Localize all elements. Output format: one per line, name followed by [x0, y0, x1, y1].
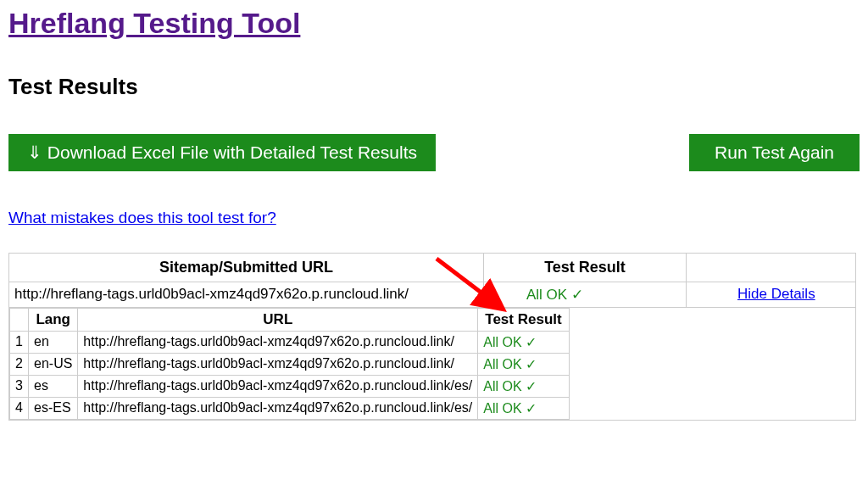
summary-row: http://hreflang-tags.urld0b9acl-xmz4qd97…	[9, 282, 856, 308]
detail-header-idx	[10, 309, 29, 332]
detail-header-row: Lang URL Test Result	[10, 309, 570, 332]
detail-row-idx: 4	[10, 398, 29, 420]
button-row: ⇓ Download Excel File with Detailed Test…	[8, 134, 860, 171]
faq-link[interactable]: What mistakes does this tool test for?	[8, 209, 276, 227]
detail-row-idx: 2	[10, 354, 29, 376]
detail-row: 2 en-US http://hreflang-tags.urld0b9acl-…	[10, 354, 570, 376]
detail-row-lang: en	[29, 332, 78, 354]
detail-row-result: All OK ✓	[478, 376, 569, 398]
detail-row-lang: en-US	[29, 354, 78, 376]
detail-header-result: Test Result	[478, 309, 569, 332]
summary-table: Sitemap/Submitted URL Test Result http:/…	[8, 253, 856, 421]
detail-row-url: http://hreflang-tags.urld0b9acl-xmz4qd97…	[78, 398, 478, 420]
page-title-link[interactable]: Hreflang Testing Tool	[8, 7, 300, 40]
detail-table: Lang URL Test Result 1 en http://hreflan…	[9, 308, 570, 420]
section-heading: Test Results	[8, 74, 860, 100]
header-test-result: Test Result	[484, 254, 687, 282]
run-again-button[interactable]: Run Test Again	[689, 134, 860, 171]
hide-details-link[interactable]: Hide Details	[737, 286, 815, 302]
detail-row-url: http://hreflang-tags.urld0b9acl-xmz4qd97…	[78, 332, 478, 354]
detail-row-idx: 3	[10, 376, 29, 398]
detail-row-result: All OK ✓	[478, 332, 569, 354]
detail-row-lang: es-ES	[29, 398, 78, 420]
detail-header-lang: Lang	[29, 309, 78, 332]
detail-header-url: URL	[78, 309, 478, 332]
summary-header-row: Sitemap/Submitted URL Test Result	[9, 254, 856, 282]
detail-row-idx: 1	[10, 332, 29, 354]
detail-row-lang: es	[29, 376, 78, 398]
detail-row: 1 en http://hreflang-tags.urld0b9acl-xmz…	[10, 332, 570, 354]
detail-row-result: All OK ✓	[478, 354, 569, 376]
detail-row-container: Lang URL Test Result 1 en http://hreflan…	[9, 308, 856, 421]
header-action	[687, 254, 856, 282]
summary-result: All OK ✓	[484, 282, 687, 308]
download-button[interactable]: ⇓ Download Excel File with Detailed Test…	[8, 134, 436, 171]
detail-row-result: All OK ✓	[478, 398, 569, 420]
detail-row-url: http://hreflang-tags.urld0b9acl-xmz4qd97…	[78, 354, 478, 376]
detail-row-url: http://hreflang-tags.urld0b9acl-xmz4qd97…	[78, 376, 478, 398]
header-submitted-url: Sitemap/Submitted URL	[9, 254, 484, 282]
summary-url: http://hreflang-tags.urld0b9acl-xmz4qd97…	[9, 282, 484, 308]
detail-row: 3 es http://hreflang-tags.urld0b9acl-xmz…	[10, 376, 570, 398]
detail-row: 4 es-ES http://hreflang-tags.urld0b9acl-…	[10, 398, 570, 420]
